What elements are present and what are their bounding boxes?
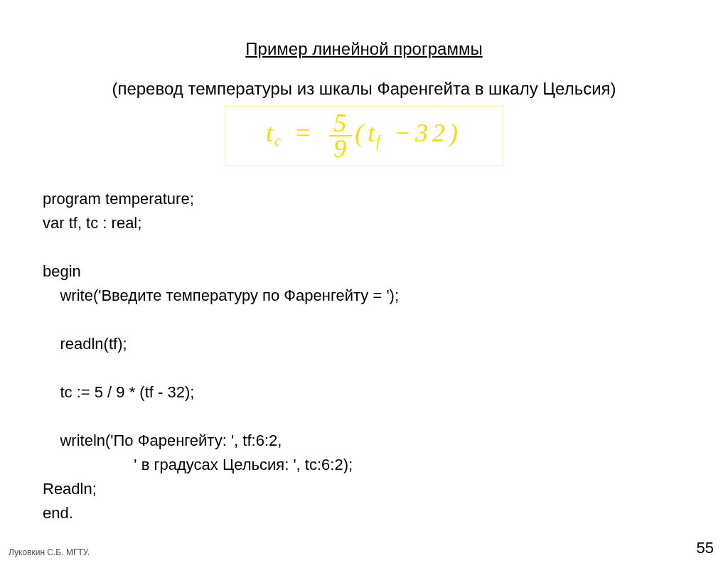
code-line: Readln; — [43, 480, 97, 498]
code-line: write('Введите температуру по Фаренгейту… — [43, 286, 399, 304]
slide-subtitle: (перевод температуры из шкалы Фаренгейта… — [43, 79, 685, 99]
code-line: readln(tf); — [43, 335, 127, 353]
code-line: begin — [43, 262, 81, 280]
code-line: end. — [43, 504, 73, 522]
formula-numerator: 5 — [329, 111, 352, 136]
code-line: program temperature; — [43, 190, 194, 208]
formula: tc = 5 9 (tf −32) — [266, 119, 462, 147]
formula-open: ( — [355, 119, 368, 147]
code-line: tc := 5 / 9 * (tf - 32); — [43, 383, 194, 401]
code-line: ' в градусах Цельсия: ', tc:6:2); — [43, 456, 353, 473]
footer-page-number: 55 — [697, 539, 714, 557]
formula-rhs-sub: f — [376, 133, 383, 149]
formula-const: 32 — [415, 119, 449, 147]
formula-lhs-sub: c — [274, 133, 284, 149]
formula-box: tc = 5 9 (tf −32) — [225, 106, 503, 166]
slide: Пример линейной программы (перевод темпе… — [0, 0, 728, 573]
footer-author: Луковкин С.Б. МГТУ. — [9, 547, 90, 557]
formula-fraction: 5 9 — [329, 111, 352, 161]
code-line: writeln('По Фаренгейту: ', tf:6:2, — [43, 432, 282, 449]
formula-close: ) — [449, 119, 462, 147]
slide-title: Пример линейной программы — [43, 39, 685, 59]
code-line: var tf, tc : real; — [43, 214, 141, 232]
code-block: program temperature; var tf, tc : real; … — [43, 187, 685, 525]
formula-denominator: 9 — [329, 136, 352, 161]
formula-eq: = — [294, 119, 316, 147]
formula-minus: − — [394, 119, 415, 147]
